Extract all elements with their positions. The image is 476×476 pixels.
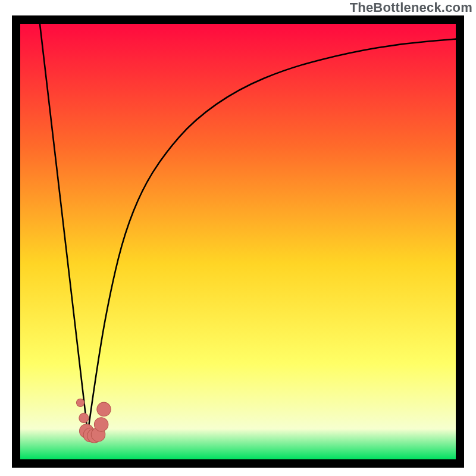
optimal-marker [79, 413, 89, 422]
chart-stage: TheBottleneck.com [0, 0, 476, 476]
curve-group [40, 24, 456, 433]
curve-layer [20, 24, 456, 459]
optimal-marker [76, 399, 84, 406]
chart-frame [12, 15, 464, 468]
watermark-text: TheBottleneck.com [350, 0, 472, 15]
curve-left-branch [40, 24, 88, 433]
marker-group [76, 399, 111, 443]
optimal-marker [94, 418, 108, 431]
curve-right-branch [87, 39, 456, 433]
optimal-marker [97, 402, 111, 416]
plot-area [20, 24, 456, 459]
